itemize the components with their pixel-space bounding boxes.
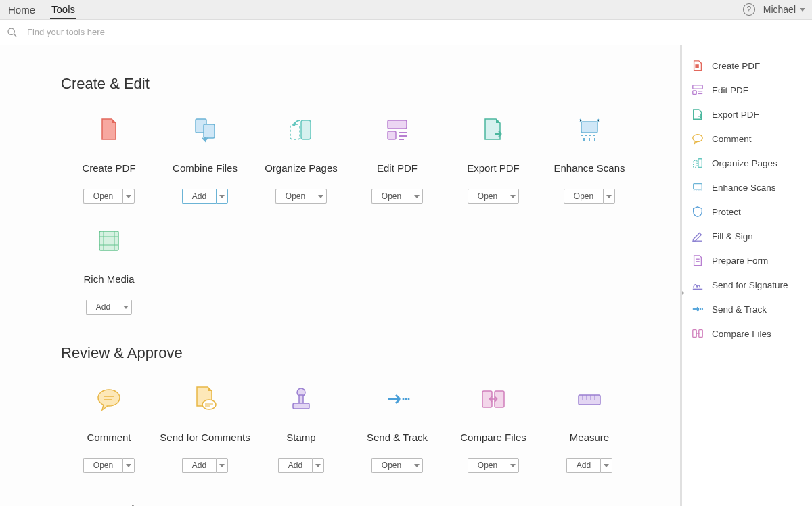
sidebar-item-enhance-scans[interactable]: Enhance Scans: [682, 175, 812, 200]
sidebar-item-label: Comment: [712, 134, 752, 144]
tool-action: Open: [468, 458, 519, 473]
sidebar-item-edit-pdf[interactable]: Edit PDF: [682, 78, 812, 102]
action-dropdown[interactable]: [315, 189, 327, 204]
compare-files-icon: [692, 327, 704, 340]
tool-comment[interactable]: Comment Open: [61, 382, 157, 473]
shield-icon: [692, 206, 704, 218]
tool-measure[interactable]: Measure Add: [541, 382, 637, 473]
action-dropdown[interactable]: [411, 189, 423, 204]
sidebar-item-compare-files[interactable]: Compare Files: [682, 321, 812, 346]
tool-export-pdf[interactable]: Export PDF Open: [445, 113, 541, 204]
organize-pages-icon: [692, 157, 704, 169]
tool-action: Add: [566, 458, 612, 473]
tool-action: Add: [278, 458, 324, 473]
tool-create-pdf[interactable]: Create PDF Open: [61, 113, 157, 204]
add-button[interactable]: Add: [566, 458, 600, 473]
sidebar-item-export-pdf[interactable]: Export PDF: [682, 102, 812, 127]
chevron-down-icon: [219, 195, 225, 198]
create-pdf-icon: [92, 113, 126, 147]
open-button[interactable]: Open: [468, 458, 507, 473]
chevron-down-icon: [126, 195, 131, 198]
stamp-icon: [284, 382, 318, 416]
tool-compare-files[interactable]: Compare Files Open: [445, 382, 541, 473]
action-dropdown[interactable]: [120, 300, 132, 315]
action-dropdown[interactable]: [122, 458, 135, 473]
action-dropdown[interactable]: [603, 189, 615, 204]
open-button[interactable]: Open: [275, 189, 315, 204]
add-button[interactable]: Add: [278, 458, 312, 473]
search-input[interactable]: [26, 26, 296, 38]
svg-rect-47: [698, 159, 702, 168]
user-menu[interactable]: Michael: [763, 4, 805, 15]
tool-rich-media[interactable]: Rich Media Add: [61, 224, 157, 315]
sidebar-item-fill-sign[interactable]: Fill & Sign: [682, 224, 812, 248]
svg-rect-43: [693, 91, 696, 94]
open-button[interactable]: Open: [564, 189, 603, 204]
send-for-comments-icon: [188, 382, 222, 416]
action-dropdown[interactable]: [600, 458, 612, 473]
tab-home[interactable]: Home: [7, 0, 37, 19]
svg-rect-48: [694, 160, 697, 167]
open-button[interactable]: Open: [83, 458, 122, 473]
svg-point-21: [98, 390, 120, 406]
svg-line-1: [14, 34, 16, 37]
action-dropdown[interactable]: [122, 189, 135, 204]
tool-enhance-scans[interactable]: Enhance Scans Open: [541, 113, 637, 204]
action-dropdown[interactable]: [507, 458, 519, 473]
add-button[interactable]: Add: [182, 458, 216, 473]
svg-rect-36: [579, 395, 600, 405]
tab-tools[interactable]: Tools: [50, 0, 76, 19]
sidebar-item-create-pdf[interactable]: Create PDF: [682, 53, 812, 78]
tool-send-track[interactable]: Send & Track Open: [349, 382, 445, 473]
help-icon[interactable]: ?: [743, 3, 755, 16]
sidebar-item-send-for-signature[interactable]: Send for Signature: [682, 273, 812, 297]
create-pdf-icon: [692, 60, 704, 72]
collapse-handle-icon[interactable]: [680, 289, 684, 297]
action-dropdown[interactable]: [216, 189, 228, 204]
tool-label: Organize Pages: [265, 156, 338, 181]
search-icon: [7, 27, 18, 38]
sidebar-item-send-track[interactable]: Send & Track: [682, 297, 812, 321]
add-button[interactable]: Add: [182, 189, 216, 204]
sidebar-item-label: Fill & Sign: [712, 231, 753, 242]
open-button[interactable]: Open: [468, 189, 507, 204]
sidebar-item-prepare-form[interactable]: Prepare Form: [682, 248, 812, 273]
tool-action: Open: [564, 189, 615, 204]
sidebar-item-label: Protect: [712, 207, 741, 217]
combine-files-icon: [188, 113, 222, 147]
measure-icon: [572, 382, 606, 416]
tool-stamp[interactable]: Stamp Add: [253, 382, 349, 473]
open-button[interactable]: Open: [371, 458, 411, 473]
svg-rect-7: [388, 131, 396, 139]
send-for-signature-icon: [692, 279, 704, 291]
action-dropdown[interactable]: [312, 458, 324, 473]
tool-action: Open: [83, 189, 135, 204]
tool-action: Open: [371, 458, 423, 473]
comment-icon: [92, 382, 126, 416]
tool-edit-pdf[interactable]: Edit PDF Open: [349, 113, 445, 204]
tool-organize-pages[interactable]: Organize Pages Open: [253, 113, 349, 204]
tool-grid-review-approve: Comment Open Send for Comments Add: [61, 382, 680, 473]
tool-label: Edit PDF: [377, 156, 418, 181]
sidebar-item-comment[interactable]: Comment: [682, 127, 812, 151]
action-dropdown[interactable]: [216, 458, 228, 473]
svg-point-46: [693, 135, 702, 142]
svg-point-24: [202, 400, 216, 409]
tool-label: Send for Comments: [160, 426, 250, 450]
add-button[interactable]: Add: [86, 300, 120, 315]
tool-combine-files[interactable]: Combine Files Add: [157, 113, 253, 204]
svg-rect-11: [581, 122, 597, 133]
svg-point-31: [403, 398, 405, 400]
open-button[interactable]: Open: [83, 189, 122, 204]
action-dropdown[interactable]: [507, 189, 519, 204]
chevron-down-icon: [604, 464, 609, 467]
sidebar-item-protect[interactable]: Protect: [682, 200, 812, 224]
send-track-icon: [692, 303, 704, 315]
svg-rect-4: [301, 120, 311, 139]
svg-rect-5: [290, 124, 300, 139]
open-button[interactable]: Open: [371, 189, 411, 204]
tool-action: Open: [371, 189, 423, 204]
tool-send-for-comments[interactable]: Send for Comments Add: [157, 382, 253, 473]
action-dropdown[interactable]: [411, 458, 423, 473]
sidebar-item-organize-pages[interactable]: Organize Pages: [682, 151, 812, 175]
